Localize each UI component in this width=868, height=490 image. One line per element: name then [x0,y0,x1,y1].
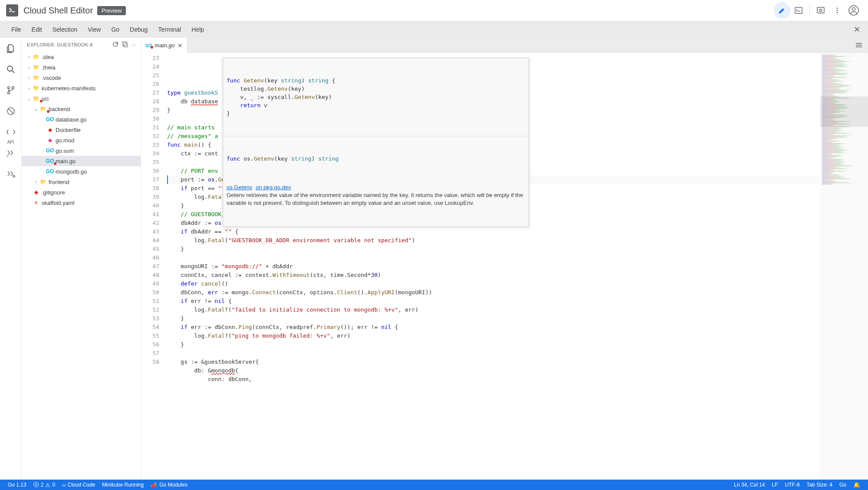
tree-item--theia[interactable]: ›📁.theia [22,62,141,72]
activity-source-control[interactable] [4,84,17,97]
editor-body[interactable]: 2324252627282930313233343536373839404142… [141,53,868,480]
svg-point-10 [7,92,10,94]
editor-tabs: GO main.go ✕ [141,38,868,53]
files-icon [6,44,16,53]
refresh-button[interactable] [112,41,118,48]
svg-point-8 [7,66,13,71]
svg-point-11 [12,87,14,89]
svg-point-3 [837,8,838,9]
terminal-small-icon [795,7,802,14]
menu-bar: File Edit Selection View Go Debug Termin… [0,21,868,38]
status-cloud-code[interactable]: ‹›Cloud Code [59,482,99,488]
tab-label: main.go [155,42,175,49]
error-icon: ⓧ [33,481,39,489]
tree-item-database-go[interactable]: GOdatabase.go [22,114,141,125]
activity-explorer[interactable] [4,42,17,55]
kubernetes-icon [6,169,16,178]
tree-item-src[interactable]: ⌄📁src [22,93,141,104]
app-logo [6,4,18,16]
activity-api[interactable]: API [4,125,17,138]
menu-file[interactable]: File [6,26,26,33]
top-bar: Cloud Shell Editor Preview [0,0,868,21]
svg-point-7 [852,8,855,11]
tree-item-mongodb-go[interactable]: GOmongodb.go [22,166,141,177]
workspace: API EXPLORER: GUESTBOOK-4 ··· ›📁.idea›📁.… [0,38,868,480]
menu-selection[interactable]: Selection [47,26,83,33]
hover-code-block: func Getenv(key string) string { testlog… [223,75,529,119]
browser-icon [816,6,825,15]
status-tabsize[interactable]: Tab Size: 4 [803,482,836,488]
status-lang[interactable]: Go [836,482,850,488]
status-notifications[interactable]: 🔔 [850,482,864,488]
tree-item--gitignore[interactable]: ◆.gitignore [22,187,141,197]
status-go-version[interactable]: Go 1.13 [4,482,30,488]
split-icon [855,42,863,49]
status-problems[interactable]: ⓧ2 ⚠0 [30,481,59,489]
menu-terminal[interactable]: Terminal [153,26,186,33]
more-menu-button[interactable] [829,2,845,19]
menu-edit[interactable]: Edit [26,26,47,33]
svg-point-13 [13,175,15,177]
tree-item-skaffold-yaml[interactable]: ≡skaffold.yaml [22,197,141,208]
line-gutter: 2324252627282930313233343536373839404142… [141,53,167,480]
menu-help[interactable]: Help [186,26,209,33]
search-icon [6,65,16,74]
svg-rect-15 [124,43,128,47]
svg-rect-1 [817,7,824,13]
close-tab-button[interactable]: ✕ [178,42,183,49]
status-eol[interactable]: LF [769,482,782,488]
tree-item--vscode[interactable]: ›📁.vscode [22,72,141,83]
minimap-viewport[interactable] [820,96,868,127]
minimap[interactable] [820,53,868,480]
activity-cloud-run[interactable] [4,146,17,159]
tree-item-Dockerfile[interactable]: ◆Dockerfile [22,125,141,135]
explorer-title: EXPLORER: GUESTBOOK-4 [27,42,109,47]
menu-go[interactable]: Go [106,26,125,33]
tree-item-kubernetes-manifests[interactable]: ›📁kubernetes-manifests [22,83,141,93]
edit-button[interactable] [774,2,790,19]
tree-item-go-mod[interactable]: ◆go.mod [22,135,141,145]
menu-view[interactable]: View [82,26,106,33]
menu-debug[interactable]: Debug [125,26,153,33]
hover-signature: func os.Getenv(key string) string [223,153,529,164]
warning-icon: ⚠ [45,482,50,488]
collapse-icon [122,41,128,47]
editor-area: GO main.go ✕ 232425262728293031323334353… [141,38,868,480]
tree-item--idea[interactable]: ›📁.idea [22,52,141,62]
pencil-icon [778,6,786,15]
status-minikube[interactable]: Minikube Running [99,482,147,488]
bug-slash-icon [6,106,16,116]
activity-debug[interactable] [4,105,17,118]
status-cursor[interactable]: Ln 34, Col 14 [730,482,768,488]
account-button[interactable] [845,2,862,19]
open-terminal-button[interactable] [790,2,807,19]
status-encoding[interactable]: UTF-8 [782,482,803,488]
close-menubar-button[interactable]: ✕ [852,25,862,34]
divider [809,5,810,16]
megaphone-icon: 📣 [151,482,158,488]
more-button[interactable]: ··· [132,42,135,47]
sidebar: EXPLORER: GUESTBOOK-4 ··· ›📁.idea›📁.thei… [22,38,141,480]
activity-kubernetes[interactable] [4,167,17,180]
tree-item-go-sum[interactable]: GOgo.sum [22,145,141,156]
split-editor-button[interactable] [850,38,868,53]
svg-rect-14 [122,42,126,46]
code-content[interactable]: type guestbookS db database} // main sta… [167,53,820,480]
svg-point-5 [837,12,838,13]
hover-tooltip: func Getenv(key string) string { testlog… [223,58,529,227]
preview-web-button[interactable] [812,2,829,19]
tree-item-main-go[interactable]: GOmain.go [22,156,141,166]
hover-doclink[interactable]: os.Getenv [227,184,252,191]
cloud-code-icon: ‹› [62,482,66,488]
tab-main-go[interactable]: GO main.go ✕ [141,38,187,53]
tree-item-frontend[interactable]: ›📁frontend [22,177,141,187]
activity-search[interactable] [4,63,17,76]
tree-item-backend[interactable]: ⌄📁backend [22,104,141,114]
collapse-button[interactable] [122,41,128,48]
git-branch-icon [6,86,16,95]
error-indicator [151,46,153,49]
svg-point-9 [7,87,10,89]
svg-rect-0 [795,7,802,13]
terminal-icon [9,7,16,14]
status-go-modules[interactable]: 📣Go Modules [147,482,191,488]
